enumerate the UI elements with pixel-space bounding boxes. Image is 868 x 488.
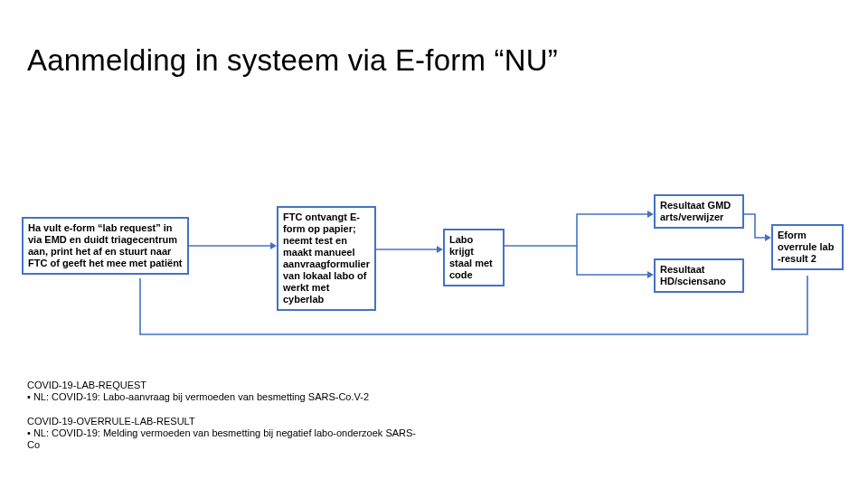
note-lab-request-title: COVID-19-LAB-REQUEST [27,380,416,391]
note-lab-request-item: • NL: COVID-19: Labo-aanvraag bij vermoe… [27,391,416,403]
note-overrule: COVID-19-OVERRULE-LAB-RESULT • NL: COVID… [27,416,416,452]
arrow-b4-b6 [744,211,771,241]
arrow-b3-split [505,210,654,284]
svg-marker-5 [647,271,654,278]
note-lab-request: COVID-19-LAB-REQUEST • NL: COVID-19: Lab… [27,380,416,403]
box-ha-vult-eform: Ha vult e-form “lab request” in via EMD … [22,217,189,275]
arrow-b2-b3 [376,246,443,253]
arrow-b1-b2 [189,242,277,249]
box-labo-krijgt: Labo krijgt staal met code [443,229,505,286]
box-eform-overrule: Eform overrule lab -result 2 [771,224,844,270]
note-overrule-title: COVID-19-OVERRULE-LAB-RESULT [27,416,416,427]
svg-marker-3 [437,246,443,253]
note-overrule-item: • NL: COVID-19: Melding vermoeden van be… [27,427,416,451]
box-resultaat-gmd: Resultaat GMD arts/verwijzer [654,194,744,229]
svg-marker-4 [647,211,654,218]
svg-marker-6 [765,234,771,241]
box-ftc-ontvangt: FTC ontvangt E-form op papier; neemt tes… [277,206,376,311]
box-resultaat-hd: Resultaat HD/sciensano [654,258,744,293]
slide-title: Aanmelding in systeem via E-form “NU” [27,43,558,78]
svg-marker-1 [270,242,277,249]
